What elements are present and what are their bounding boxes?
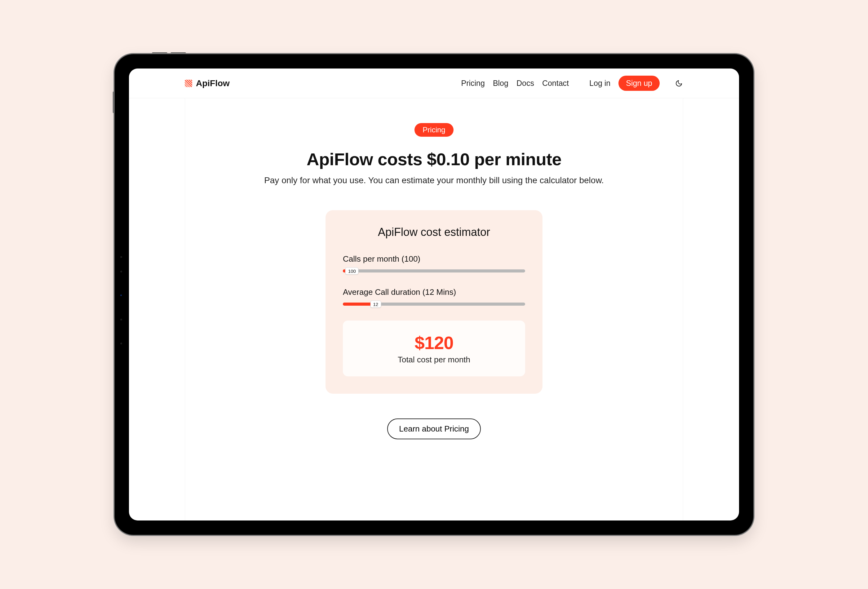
- device-sensor-dot: [120, 342, 122, 344]
- estimate-result: $120 Total cost per month: [343, 320, 525, 376]
- primary-nav: Pricing Blog Docs Contact Log in Sign up: [461, 76, 683, 91]
- section-badge: Pricing: [415, 123, 453, 137]
- estimate-amount: $120: [349, 332, 519, 353]
- estimate-caption: Total cost per month: [349, 355, 519, 365]
- brand-name: ApiFlow: [196, 78, 230, 89]
- slider-track[interactable]: 12: [343, 303, 525, 306]
- nav-link-contact[interactable]: Contact: [542, 79, 569, 88]
- device-sensor-dot: [120, 256, 122, 258]
- slider-thumb[interactable]: 12: [370, 301, 381, 308]
- nav-link-pricing[interactable]: Pricing: [461, 79, 484, 88]
- brand-logo-icon: [185, 80, 192, 87]
- nav-link-blog[interactable]: Blog: [493, 79, 508, 88]
- page-title: ApiFlow costs $0.10 per minute: [260, 149, 608, 169]
- device-sensor-dot: [120, 319, 122, 320]
- device-bezel: ApiFlow Pricing Blog Docs Contact Log in…: [115, 54, 753, 535]
- slider-call-duration: Average Call duration (12 Mins) 12: [343, 287, 525, 306]
- slider-label: Calls per month (100): [343, 254, 525, 264]
- cost-estimator-card: ApiFlow cost estimator Calls per month (…: [326, 210, 542, 394]
- site-header: ApiFlow Pricing Blog Docs Contact Log in…: [129, 68, 739, 98]
- login-link[interactable]: Log in: [589, 79, 610, 88]
- tablet-device-frame: ApiFlow Pricing Blog Docs Contact Log in…: [115, 54, 753, 535]
- theme-toggle[interactable]: [675, 79, 683, 88]
- learn-about-pricing-button[interactable]: Learn about Pricing: [387, 418, 480, 439]
- slider-calls-per-month: Calls per month (100) 100: [343, 254, 525, 273]
- estimator-heading: ApiFlow cost estimator: [343, 226, 525, 239]
- moon-icon: [675, 80, 683, 87]
- device-camera-dot: [120, 294, 122, 296]
- brand[interactable]: ApiFlow: [185, 78, 230, 89]
- pricing-section: Pricing ApiFlow costs $0.10 per minute P…: [248, 98, 620, 477]
- signup-button[interactable]: Sign up: [619, 76, 660, 91]
- app-root: ApiFlow Pricing Blog Docs Contact Log in…: [129, 68, 739, 521]
- main-content: Pricing ApiFlow costs $0.10 per minute P…: [129, 98, 739, 521]
- page-subtitle: Pay only for what you use. You can estim…: [260, 176, 608, 185]
- device-screen: ApiFlow Pricing Blog Docs Contact Log in…: [129, 68, 739, 521]
- layout-guide-line: [683, 98, 683, 521]
- slider-thumb[interactable]: 100: [345, 267, 359, 275]
- nav-link-docs[interactable]: Docs: [517, 79, 534, 88]
- device-sensor-dot: [120, 271, 122, 273]
- slider-track[interactable]: 100: [343, 269, 525, 273]
- layout-guide-line: [185, 98, 185, 521]
- slider-label: Average Call duration (12 Mins): [343, 287, 525, 297]
